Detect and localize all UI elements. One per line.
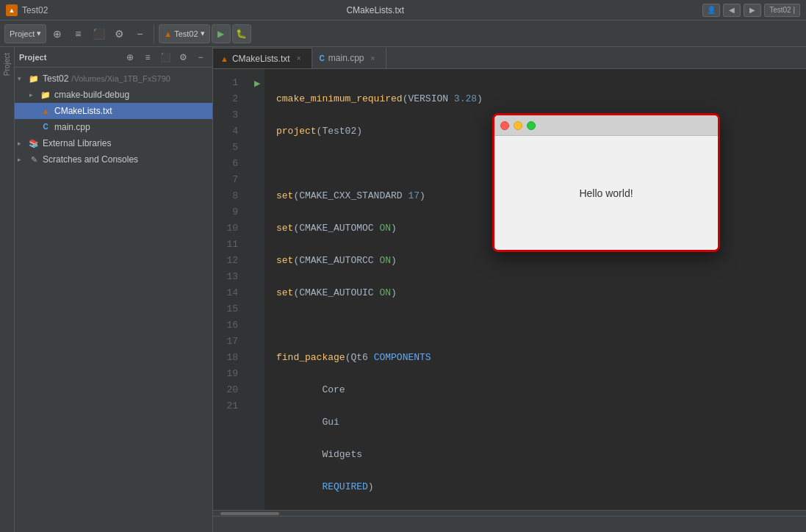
scrollbar-thumb[interactable] [220, 512, 279, 515]
project-label: Project [10, 29, 35, 38]
tree-item-maincpp[interactable]: ▸ C main.cpp [15, 119, 212, 135]
tab-cmakelists-close[interactable]: × [294, 54, 304, 64]
popup-body: Hello world! [494, 136, 718, 250]
cmake-icon: ▲ [40, 105, 51, 117]
run-config-label: Test02 [174, 29, 198, 38]
tree-item-cmakelists[interactable]: ▸ ▲ CMakeLists.txt [15, 103, 212, 119]
strip-label: Project [3, 53, 11, 76]
status-bar [213, 516, 806, 532]
run-arrow-icon: ▶ [250, 75, 265, 91]
sidebar-title: Project [19, 53, 46, 62]
tree-item-cmake-build[interactable]: ▸ 📁 cmake-build-debug [15, 87, 212, 103]
tree-label-ext-libs: External Libraries [43, 138, 111, 148]
folder-icon: 📁 [28, 73, 40, 85]
code-line-12: Widgets [276, 447, 806, 463]
tree-label-test02: Test02 [43, 73, 68, 84]
run-config-dropdown[interactable]: ▲ Test02 ▾ [159, 24, 209, 43]
tab-cmakelists-label: CMakeLists.txt [232, 54, 290, 64]
tree-item-scratches[interactable]: ▸ ✎ Scratches and Consoles [15, 151, 212, 168]
folder-orange-icon: 📁 [40, 89, 51, 101]
tree-label-scratches: Scratches and Consoles [43, 154, 138, 165]
sidebar-add-btn[interactable]: ⊕ [123, 50, 137, 65]
app-icon: ▲ [6, 4, 18, 16]
tree-path: /Volumes/Xia_1TB_FxS790 [71, 74, 170, 83]
arrow-icon: ▸ [29, 91, 40, 98]
main-area: Project Project ⊕ ≡ ⬛ ⚙ − ▾ 📁 Test02 /Vo… [0, 47, 806, 532]
tab-maincpp-label: main.cpp [328, 53, 364, 63]
toolbar-run-section: ▲ Test02 ▾ ▶ 🐛 [159, 24, 255, 43]
title-bar-app-name: Test02 [22, 5, 48, 15]
tree-item-test02[interactable]: ▾ 📁 Test02 /Volumes/Xia_1TB_FxS790 [15, 71, 212, 87]
lib-icon: 📚 [28, 137, 40, 149]
code-line-6: set(CMAKE_AUTORCC ON) [276, 253, 806, 269]
code-line-1: cmake_minimum_required(VERSION 3.28) [276, 91, 806, 107]
code-line-10: Core [276, 382, 806, 398]
sidebar-list-btn[interactable]: ≡ [140, 50, 155, 65]
sidebar-toolbar: Project ⊕ ≡ ⬛ ⚙ − [15, 47, 212, 68]
settings-button[interactable]: ⚙ [109, 24, 129, 43]
sidebar-minus-btn[interactable]: − [193, 50, 208, 65]
run-gutter: ▶ [250, 69, 265, 510]
tab-cmakelists[interactable]: ▲ CMakeLists.txt × [213, 48, 312, 68]
profile-button[interactable]: 👤 [702, 4, 720, 17]
cpp-icon: C [40, 121, 51, 133]
minus-button[interactable]: − [130, 24, 149, 43]
debug-button[interactable]: 🐛 [232, 24, 251, 43]
left-strip: Project [0, 47, 15, 532]
tree-label-cmakelists: CMakeLists.txt [54, 106, 112, 116]
forward-button[interactable]: ▶ [744, 4, 761, 17]
project-dropdown[interactable]: Project ▾ [4, 24, 46, 43]
tab-maincpp[interactable]: C main.cpp × [312, 48, 386, 68]
cpp-tab-icon: C [320, 54, 325, 62]
run-config-arrow: ▾ [201, 29, 205, 38]
run-button[interactable]: ▶ [212, 24, 231, 43]
sidebar-filter-btn[interactable]: ⬛ [158, 50, 173, 65]
window-label: Test02 | [764, 4, 800, 17]
code-line-11: Gui [276, 414, 806, 431]
list-button[interactable]: ≡ [68, 24, 87, 43]
file-tree: ▾ 📁 Test02 /Volumes/Xia_1TB_FxS790 ▸ 📁 c… [15, 68, 212, 532]
filter-button[interactable]: ⬛ [89, 24, 108, 43]
arrow-icon: ▸ [18, 156, 28, 163]
back-button[interactable]: ◀ [723, 4, 741, 17]
traffic-light-red[interactable] [500, 121, 509, 130]
code-line-8 [276, 317, 806, 334]
horizontal-scrollbar[interactable] [213, 510, 806, 516]
line-numbers: 1 2 3 4 5 6 7 8 9 10 11 12 13 14 15 16 1… [213, 69, 250, 510]
tab-maincpp-close[interactable]: × [368, 53, 378, 63]
hello-world-text: Hello world! [579, 187, 633, 199]
tab-bar: ▲ CMakeLists.txt × C main.cpp × [213, 47, 806, 69]
run-config-icon: ▲ [164, 29, 172, 38]
add-button[interactable]: ⊕ [48, 24, 67, 43]
project-arrow-icon: ▾ [37, 29, 41, 38]
arrow-icon: ▾ [18, 75, 28, 82]
sidebar-settings-btn[interactable]: ⚙ [176, 50, 190, 65]
arrow-icon: ▸ [18, 140, 28, 147]
title-bar: ▲ Test02 CMakeLists.txt 👤 ◀ ▶ Test02 | [0, 0, 806, 21]
code-line-7: set(CMAKE_AUTOUIC ON) [276, 285, 806, 301]
cmake-tab-icon: ▲ [220, 54, 229, 63]
code-line-13: REQUIRED) [276, 479, 806, 495]
toolbar-project-section: Project ▾ ⊕ ≡ ⬛ ⚙ − [4, 24, 154, 43]
tree-item-ext-libs[interactable]: ▸ 📚 External Libraries [15, 135, 212, 151]
popup-titlebar [494, 115, 718, 136]
code-editor[interactable]: 1 2 3 4 5 6 7 8 9 10 11 12 13 14 15 16 1… [213, 69, 806, 510]
title-bar-left: ▲ Test02 [6, 4, 48, 16]
editor-area: ▲ CMakeLists.txt × C main.cpp × 1 2 3 4 … [213, 47, 806, 532]
code-line-9: find_package(Qt6 COMPONENTS [276, 350, 806, 366]
tree-label-cmake-build: cmake-build-debug [54, 90, 129, 100]
traffic-light-green[interactable] [527, 121, 536, 130]
tree-label-maincpp: main.cpp [54, 122, 90, 132]
sidebar: Project ⊕ ≡ ⬛ ⚙ − ▾ 📁 Test02 /Volumes/Xi… [15, 47, 213, 532]
scratch-icon: ✎ [28, 154, 40, 165]
hello-world-window[interactable]: Hello world! [492, 113, 720, 252]
traffic-light-yellow[interactable] [514, 121, 522, 130]
title-bar-title: CMakeLists.txt [48, 5, 702, 15]
toolbar: Project ▾ ⊕ ≡ ⬛ ⚙ − ▲ Test02 ▾ ▶ 🐛 [0, 21, 806, 47]
title-bar-right: 👤 ◀ ▶ Test02 | [702, 4, 800, 17]
